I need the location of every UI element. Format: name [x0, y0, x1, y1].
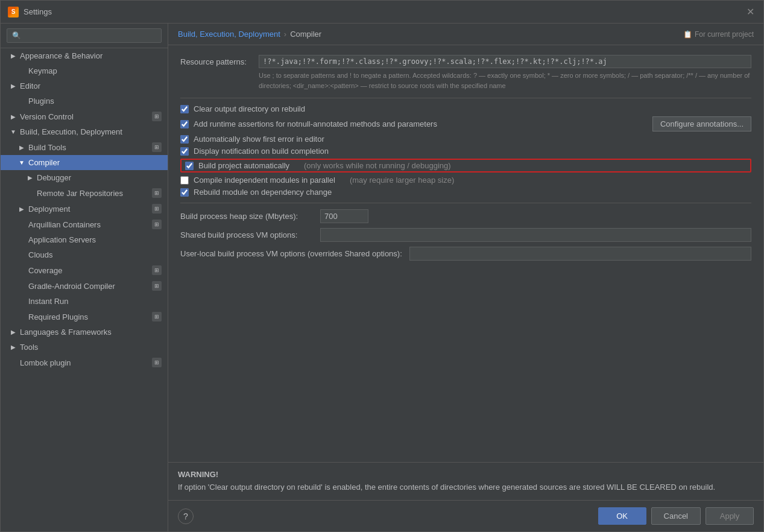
sidebar-item-editor[interactable]: ▶Editor: [1, 78, 168, 93]
shared-vm-row: Shared build process VM options:: [180, 228, 751, 242]
arrow-icon: [17, 297, 26, 306]
badge-icon: ⊞: [152, 142, 162, 152]
checkbox-hint-compile-parallel: (may require larger heap size): [350, 176, 454, 185]
sidebar-item-label: Instant Run: [28, 297, 69, 306]
checkbox-build-auto[interactable]: [185, 162, 194, 170]
sidebar-item-languages[interactable]: ▶Languages & Frameworks: [1, 325, 168, 340]
sidebar-item-label: Arquillian Containers: [28, 220, 101, 229]
arrow-icon: [17, 220, 26, 229]
checkbox-row-add-runtime: Add runtime assertions for notnull-annot…: [180, 116, 751, 131]
arrow-icon: ▶: [17, 204, 26, 213]
sidebar-item-label: Required Plugins: [28, 312, 88, 321]
checkbox-label-build-auto: Build project automatically: [198, 161, 289, 170]
ok-button[interactable]: OK: [598, 507, 646, 525]
checkbox-rebuild-module[interactable]: [180, 188, 189, 197]
main-content: ▶Appearance & BehaviorKeymap▶EditorPlugi…: [1, 24, 763, 531]
arrow-icon: [17, 67, 26, 75]
sidebar-item-remote-jar[interactable]: Remote Jar Repositories⊞: [1, 185, 168, 201]
configure-annotations-button[interactable]: Configure annotations...: [652, 116, 751, 131]
checkbox-auto-show-error[interactable]: [180, 135, 189, 144]
arrow-icon: ▶: [17, 143, 26, 151]
arrow-icon: [26, 189, 34, 197]
settings-window: S Settings ✕ ▶Appearance & BehaviorKeyma…: [0, 0, 764, 532]
for-project: 📋 For current project: [683, 30, 754, 39]
sidebar-item-lombok[interactable]: Lombok plugin⊞: [1, 355, 168, 370]
badge-icon: ⊞: [152, 204, 162, 214]
sidebar-items-container: ▶Appearance & BehaviorKeymap▶EditorPlugi…: [1, 48, 168, 370]
shared-vm-input[interactable]: [320, 228, 751, 242]
checkbox-row-rebuild-module: Rebuild module on dependency change: [180, 188, 751, 197]
arrow-icon: [17, 251, 26, 259]
heap-size-row: Build process heap size (Mbytes):: [180, 209, 751, 223]
arrow-icon: [17, 236, 26, 244]
arrow-icon: ▶: [9, 343, 17, 352]
sidebar-item-label: Plugins: [28, 97, 54, 106]
divider-1: [180, 98, 751, 98]
resource-patterns-input[interactable]: [259, 55, 751, 68]
arrow-icon: ▶: [9, 328, 17, 337]
sidebar-item-arquillian[interactable]: Arquillian Containers⊞: [1, 217, 168, 232]
checkbox-display-notification[interactable]: [180, 147, 189, 156]
badge-icon: ⊞: [152, 358, 162, 367]
apply-button[interactable]: Apply: [706, 507, 754, 525]
checkbox-add-runtime[interactable]: [180, 120, 189, 128]
heap-size-input[interactable]: [320, 209, 368, 223]
sidebar-item-build-execution[interactable]: ▼Build, Execution, Deployment: [1, 124, 168, 139]
sidebar-item-label: Debugger: [37, 173, 71, 182]
breadcrumb-separator: ›: [284, 30, 286, 39]
for-project-icon: 📋: [683, 30, 692, 39]
checkbox-compile-parallel[interactable]: [180, 176, 189, 185]
user-local-vm-row: User-local build process VM options (ove…: [180, 247, 751, 261]
checkbox-clear-output[interactable]: [180, 105, 189, 113]
close-button[interactable]: ✕: [744, 6, 756, 18]
resource-patterns-hint: Use ; to separate patterns and ! to nega…: [259, 71, 751, 90]
sidebar-item-label: Build, Execution, Deployment: [20, 127, 122, 136]
cancel-button[interactable]: Cancel: [651, 507, 701, 525]
help-button[interactable]: ?: [178, 508, 194, 524]
arrow-icon: ▼: [9, 128, 17, 136]
sidebar-item-plugins[interactable]: Plugins: [1, 93, 168, 109]
app-icon: S: [8, 7, 19, 17]
arrow-icon: [17, 97, 26, 106]
sidebar-item-build-tools[interactable]: ▶Build Tools⊞: [1, 139, 168, 155]
sidebar-item-coverage[interactable]: Coverage⊞: [1, 262, 168, 278]
sidebar-item-app-servers[interactable]: Application Servers: [1, 232, 168, 247]
sidebar-item-label: Deployment: [28, 204, 70, 214]
sidebar-item-label: Languages & Frameworks: [20, 328, 112, 337]
sidebar-item-label: Appearance & Behavior: [20, 51, 103, 60]
user-local-vm-label: User-local build process VM options (ove…: [180, 249, 402, 258]
sidebar-item-instant-run[interactable]: Instant Run: [1, 294, 168, 309]
sidebar-item-debugger[interactable]: ▶Debugger: [1, 170, 168, 185]
sidebar-item-tools[interactable]: ▶Tools: [1, 340, 168, 355]
sidebar-item-label: Tools: [20, 343, 38, 352]
sidebar-item-version-control[interactable]: ▶Version Control⊞: [1, 109, 168, 124]
checkbox-label-display-notification: Display notification on build completion: [194, 147, 329, 156]
sidebar-item-appearance[interactable]: ▶Appearance & Behavior: [1, 48, 168, 63]
user-local-vm-input[interactable]: [409, 247, 751, 261]
arrow-icon: ▶: [9, 112, 17, 121]
sidebar-item-label: Coverage: [28, 266, 62, 275]
sidebar-item-clouds[interactable]: Clouds: [1, 247, 168, 262]
sidebar-item-deployment[interactable]: ▶Deployment⊞: [1, 201, 168, 217]
warning-text: If option 'Clear output directory on reb…: [178, 481, 754, 493]
sidebar-item-required-plugins[interactable]: Required Plugins⊞: [1, 309, 168, 325]
sidebar: ▶Appearance & BehaviorKeymap▶EditorPlugi…: [1, 24, 168, 531]
search-input[interactable]: [7, 28, 162, 43]
divider-2: [180, 203, 751, 203]
sidebar-item-gradle-android[interactable]: Gradle-Android Compiler⊞: [1, 278, 168, 294]
warning-box: WARNING! If option 'Clear output directo…: [168, 462, 763, 501]
arrow-icon: [17, 282, 26, 290]
shared-vm-label: Shared build process VM options:: [180, 230, 313, 239]
main-panel: Build, Execution, Deployment › Compiler …: [168, 24, 763, 531]
badge-icon: ⊞: [152, 220, 162, 229]
search-box: [1, 24, 168, 48]
checkbox-label-clear-output: Clear output directory on rebuild: [194, 104, 305, 113]
sidebar-item-compiler[interactable]: ▼Compiler: [1, 155, 168, 170]
sidebar-item-label: Keymap: [28, 66, 57, 75]
sidebar-item-label: Compiler: [28, 158, 60, 167]
resource-patterns-input-wrap: Use ; to separate patterns and ! to nega…: [259, 55, 751, 90]
sidebar-item-keymap[interactable]: Keymap: [1, 63, 168, 78]
title-bar: S Settings ✕: [1, 1, 763, 24]
settings-content: Resource patterns: Use ; to separate pat…: [168, 45, 763, 462]
breadcrumb-parent[interactable]: Build, Execution, Deployment: [178, 30, 280, 39]
